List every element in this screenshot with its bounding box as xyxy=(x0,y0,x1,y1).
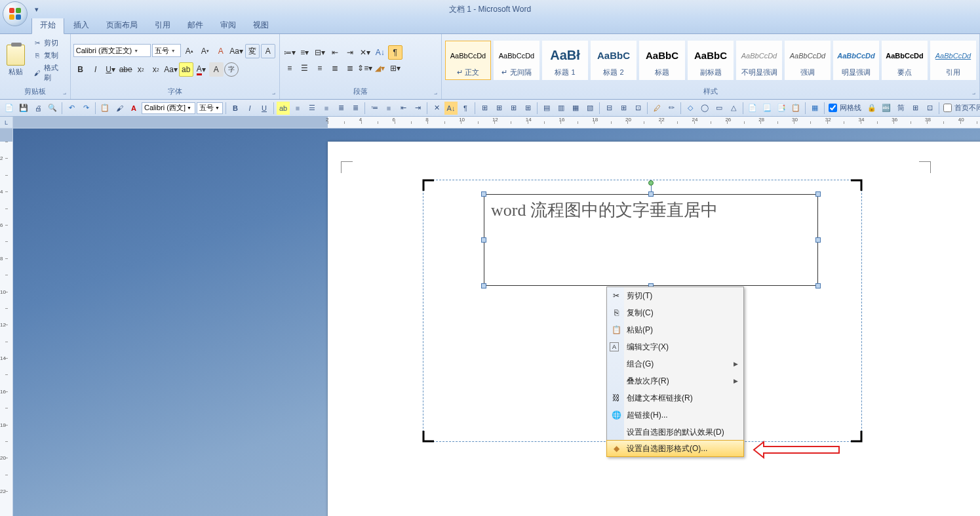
tb-find-icon[interactable]: 🔤 xyxy=(880,102,893,115)
tb-print-icon[interactable]: 🖨 xyxy=(31,102,45,115)
tb-numbering-icon[interactable]: ≡ xyxy=(382,102,395,115)
tb-rows3-icon[interactable]: ▦ xyxy=(569,102,582,115)
superscript-button[interactable]: x2 xyxy=(149,62,163,77)
line-spacing-button[interactable]: ⇕≡▾ xyxy=(358,61,372,75)
tb-underline-icon[interactable]: U xyxy=(258,102,271,115)
tb-outdent-icon[interactable]: ⇤ xyxy=(397,102,410,115)
style-heading1[interactable]: AaBł标题 1 xyxy=(542,41,588,80)
resize-handle[interactable] xyxy=(481,191,486,197)
style-strong[interactable]: AaBbCcDd要点 xyxy=(882,41,928,80)
style-subtle-emph[interactable]: AaBbCcDd不明显强调 xyxy=(736,41,782,80)
tb-more1-icon[interactable]: ⊞ xyxy=(909,102,922,115)
resize-handle[interactable] xyxy=(815,283,821,288)
align-justify-button[interactable]: ≣ xyxy=(328,61,342,75)
style-heading2[interactable]: AaBbC标题 2 xyxy=(591,41,637,80)
underline-button[interactable]: U▾ xyxy=(104,62,118,77)
shading-button[interactable]: ◢▾ xyxy=(373,61,387,75)
ctx-format-shape[interactable]: ◆设置自选图形格式(O)... xyxy=(606,440,744,457)
style-subtitle[interactable]: AaBbC副标题 xyxy=(688,41,734,80)
ruler-corner[interactable]: L xyxy=(0,117,13,128)
paste-button[interactable]: 粘贴 xyxy=(3,37,28,83)
tb-doc1-icon[interactable]: 📄 xyxy=(746,102,759,115)
ctx-cut[interactable]: ✂剪切(T) xyxy=(607,287,743,304)
text-effects-button[interactable]: Aa▾ xyxy=(164,62,178,77)
tab-references[interactable]: 引用 xyxy=(147,17,178,33)
tb-save-icon[interactable]: 💾 xyxy=(17,102,30,115)
align-left-button[interactable]: ≡ xyxy=(283,61,297,75)
sort-button[interactable]: A↓ xyxy=(373,45,387,60)
tb-indent-icon[interactable]: ⇥ xyxy=(411,102,424,115)
tb-draw1-icon[interactable]: 🖊 xyxy=(650,102,663,115)
resize-handle[interactable] xyxy=(815,191,821,197)
ctx-group[interactable]: 组合(G)▶ xyxy=(607,355,743,372)
grow-font-button[interactable]: A▴ xyxy=(182,44,197,58)
text-box-content[interactable]: word 流程图中的文字垂直居中 xyxy=(484,195,817,226)
tb-misc1-icon[interactable]: ✕ xyxy=(430,102,443,115)
tab-view[interactable]: 视图 xyxy=(245,17,277,33)
multilevel-button[interactable]: ⊟▾ xyxy=(313,45,327,60)
tb-misc2-icon[interactable]: A↓ xyxy=(444,102,458,115)
rotate-handle[interactable] xyxy=(648,180,654,186)
tb-shape4-icon[interactable]: △ xyxy=(727,102,740,115)
tb-merge2-icon[interactable]: ⊞ xyxy=(617,102,630,115)
format-painter-button[interactable]: 🖌格式刷 xyxy=(31,62,67,83)
tb-more2-icon[interactable]: ⊡ xyxy=(923,102,936,115)
tb-italic-icon[interactable]: I xyxy=(243,102,256,115)
tb-shape1-icon[interactable]: ◇ xyxy=(684,102,697,115)
canvas-corner-icon[interactable] xyxy=(422,179,435,192)
font-name-combo[interactable]: Calibri (西文正文)▼ xyxy=(73,44,151,57)
italic-button[interactable]: I xyxy=(88,62,103,77)
tb-table3-icon[interactable]: ⊞ xyxy=(507,102,520,115)
tb-merge1-icon[interactable]: ⊟ xyxy=(602,102,616,115)
tb-rows4-icon[interactable]: ▧ xyxy=(583,102,597,115)
text-box[interactable]: word 流程图中的文字垂直居中 xyxy=(484,194,818,286)
subscript-button[interactable]: x2 xyxy=(134,62,148,77)
ctx-hyperlink[interactable]: 🌐超链接(H)... xyxy=(607,407,743,424)
tb-align-justify-icon[interactable]: ≣ xyxy=(334,102,347,115)
tb-draw2-icon[interactable]: ✏ xyxy=(665,102,678,115)
canvas-corner-icon[interactable] xyxy=(850,429,863,443)
copy-button[interactable]: ⎘复制 xyxy=(31,50,67,61)
tab-layout[interactable]: 页面布局 xyxy=(98,17,146,33)
clear-format-button[interactable]: A xyxy=(214,44,228,58)
asian-layout-button[interactable]: ✕▾ xyxy=(358,45,372,60)
tb-size-combo[interactable]: 五号▼ xyxy=(197,102,223,114)
align-center-button[interactable]: ☰ xyxy=(298,61,312,75)
ctx-edit-text[interactable]: A编辑文字(X) xyxy=(607,338,743,355)
bold-button[interactable]: B xyxy=(73,62,88,77)
canvas-corner-icon[interactable] xyxy=(850,179,863,192)
style-intense-emph[interactable]: AaBbCcDd明显强调 xyxy=(833,41,879,80)
char-border-button[interactable]: A xyxy=(261,44,275,58)
borders-button[interactable]: ⊞▾ xyxy=(388,61,402,75)
gridlines-checkbox[interactable] xyxy=(829,104,837,112)
tb-align-left-icon[interactable]: ≡ xyxy=(291,102,304,115)
tb-protect-icon[interactable]: 🔒 xyxy=(865,102,878,115)
tb-font-combo[interactable]: Calibri (西文]▼ xyxy=(142,102,195,114)
highlight-button[interactable]: ab xyxy=(179,62,193,77)
ctx-copy[interactable]: ⎘复制(C) xyxy=(607,304,743,321)
tb-table1-icon[interactable]: ⊞ xyxy=(478,102,491,115)
style-emphasis[interactable]: AaBbCcDd强调 xyxy=(785,41,831,80)
tb-misc3-icon[interactable]: ¶ xyxy=(459,102,472,115)
show-marks-button[interactable]: ¶ xyxy=(388,45,402,60)
change-case-button[interactable]: Aa▾ xyxy=(229,44,244,58)
canvas-corner-icon[interactable] xyxy=(422,429,435,443)
indent-inc-button[interactable]: ⇥ xyxy=(343,45,357,60)
tb-paste-icon[interactable]: 📋 xyxy=(98,102,111,115)
document-area[interactable]: word 流程图中的文字垂直居中 ✂剪切(T) ⎘复制(C) 📋粘贴(P) A编… xyxy=(13,129,980,516)
tab-mailings[interactable]: 邮件 xyxy=(180,17,211,33)
tb-align-dist-icon[interactable]: ≣ xyxy=(349,102,362,115)
tb-rows2-icon[interactable]: ▥ xyxy=(555,102,568,115)
align-distribute-button[interactable]: ≣ xyxy=(343,61,357,75)
font-size-combo[interactable]: 五号▼ xyxy=(152,44,181,57)
tb-table4-icon[interactable]: ⊞ xyxy=(521,102,534,115)
enclose-char-button[interactable]: 字 xyxy=(224,62,239,77)
ctx-set-default[interactable]: 设置自选图形的默认效果(D) xyxy=(607,424,743,441)
cut-button[interactable]: ✂剪切 xyxy=(31,37,67,49)
tb-doc3-icon[interactable]: 📑 xyxy=(775,102,788,115)
style-normal[interactable]: AaBbCcDd↵ 正文 xyxy=(445,41,491,80)
font-color-button[interactable]: A▾ xyxy=(194,62,208,77)
styles-gallery[interactable]: AaBbCcDd↵ 正文 AaBbCcDd↵ 无间隔 AaBł标题 1 AaBb… xyxy=(444,35,977,85)
tb-shape3-icon[interactable]: ▭ xyxy=(713,102,726,115)
phonetic-guide-button[interactable]: 変 xyxy=(245,44,260,58)
